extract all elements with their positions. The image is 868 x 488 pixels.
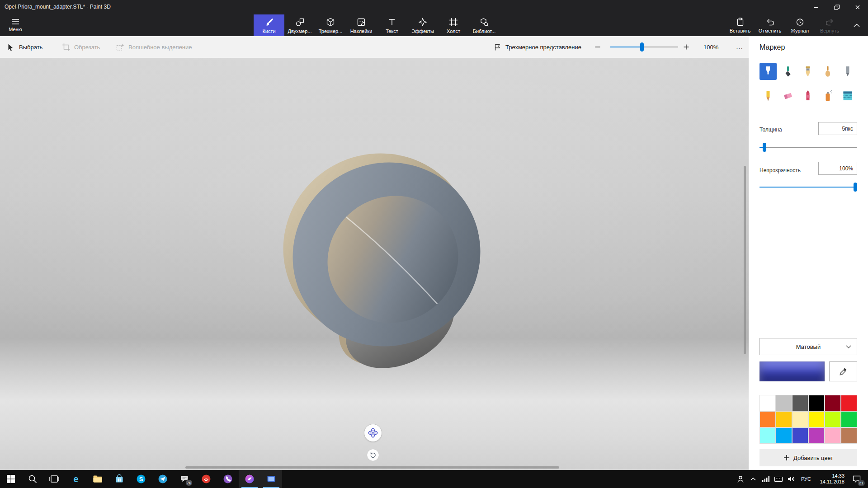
vertical-scrollbar[interactable] bbox=[744, 166, 746, 354]
orbit-icon bbox=[367, 427, 379, 439]
brush-eraser[interactable] bbox=[778, 86, 798, 106]
brush-crayon[interactable] bbox=[798, 86, 818, 106]
taskbar-app-explorer[interactable] bbox=[87, 470, 108, 488]
palette-swatch[interactable] bbox=[776, 395, 792, 411]
taskbar-app-red[interactable] bbox=[195, 470, 217, 488]
tab-canvas[interactable]: Холст bbox=[438, 14, 469, 36]
palette-swatch[interactable] bbox=[825, 412, 840, 427]
palette-swatch[interactable] bbox=[776, 412, 792, 427]
minimize-button[interactable] bbox=[806, 0, 826, 14]
palette-swatch[interactable] bbox=[793, 412, 808, 427]
tab-3d-shapes[interactable]: Трехмер... bbox=[315, 14, 346, 36]
tab-effects[interactable]: Эффекты bbox=[407, 14, 438, 36]
palette-swatch[interactable] bbox=[841, 395, 857, 411]
brush-pencil[interactable] bbox=[758, 86, 778, 106]
undo-button[interactable]: Отменить bbox=[755, 14, 785, 36]
palette-swatch[interactable] bbox=[793, 395, 808, 411]
taskbar-app-viber[interactable] bbox=[217, 470, 239, 488]
brush-spray-can[interactable] bbox=[818, 86, 838, 106]
tray-overflow-button[interactable] bbox=[747, 470, 760, 488]
zoom-in-button[interactable] bbox=[683, 36, 690, 58]
add-color-button[interactable]: Добавить цвет bbox=[760, 449, 857, 466]
palette-swatch[interactable] bbox=[776, 428, 792, 443]
current-color-swatch[interactable] bbox=[760, 361, 825, 381]
canvas-3d-viewport[interactable] bbox=[0, 58, 749, 470]
material-dropdown[interactable]: Матовый bbox=[760, 338, 857, 355]
skype-icon: S bbox=[136, 474, 146, 484]
close-button[interactable] bbox=[847, 0, 868, 14]
zoom-slider-thumb[interactable] bbox=[640, 42, 644, 52]
tab-text[interactable]: Текст bbox=[377, 14, 407, 36]
notification-count-badge: 21 bbox=[858, 480, 865, 486]
brush-marker[interactable] bbox=[758, 61, 778, 81]
restore-button[interactable] bbox=[826, 0, 847, 14]
keyboard-tray-button[interactable] bbox=[772, 470, 785, 488]
palette-swatch[interactable] bbox=[809, 395, 824, 411]
taskbar-app-paint3d[interactable] bbox=[239, 470, 260, 488]
select-button[interactable]: Выбрать bbox=[6, 36, 42, 58]
history-button[interactable]: Журнал bbox=[785, 14, 815, 36]
minus-icon bbox=[594, 43, 601, 51]
taskbar-app-skype[interactable]: S bbox=[130, 470, 152, 488]
tab-library[interactable]: Библиот... bbox=[469, 14, 500, 36]
taskbar-app-messenger[interactable]: 76 bbox=[174, 470, 195, 488]
horizontal-scrollbar[interactable] bbox=[185, 466, 559, 469]
language-indicator[interactable]: РУС bbox=[797, 476, 815, 482]
palette-swatch[interactable] bbox=[760, 412, 775, 427]
taskbar-app-screen[interactable] bbox=[260, 470, 282, 488]
palette-swatch[interactable] bbox=[809, 428, 824, 443]
rotate-3d-control[interactable] bbox=[364, 424, 382, 442]
thickness-slider-thumb[interactable] bbox=[763, 143, 766, 152]
opacity-slider[interactable] bbox=[760, 183, 857, 192]
cellular-signal-icon bbox=[761, 474, 770, 483]
brush-pixel-pen[interactable] bbox=[838, 61, 858, 81]
tab-2d-shapes[interactable]: Двухмер... bbox=[284, 14, 315, 36]
zoom-out-button[interactable] bbox=[594, 36, 601, 58]
taskbar-app-telegram[interactable] bbox=[152, 470, 174, 488]
brush-oil-brush[interactable] bbox=[798, 61, 818, 81]
palette-swatch[interactable] bbox=[793, 428, 808, 443]
palette-swatch[interactable] bbox=[841, 428, 857, 443]
palette-swatch[interactable] bbox=[760, 395, 775, 411]
opacity-value-input[interactable] bbox=[818, 162, 857, 175]
zoom-slider[interactable] bbox=[610, 42, 678, 52]
palette-swatch[interactable] bbox=[825, 428, 840, 443]
magic-select-button[interactable]: Волшебное выделение bbox=[116, 36, 192, 58]
task-view-button[interactable] bbox=[43, 470, 65, 488]
model-3d[interactable] bbox=[281, 145, 491, 369]
search-icon bbox=[28, 474, 38, 484]
paint3d-window: Opel-Priora_mount_adapter.STL* - Paint 3… bbox=[0, 0, 868, 488]
palette-swatch[interactable] bbox=[825, 395, 840, 411]
paste-button[interactable]: Вставить bbox=[725, 14, 755, 36]
search-button[interactable] bbox=[22, 470, 43, 488]
redo-button[interactable]: Вернуть bbox=[815, 14, 844, 36]
more-options-button[interactable]: … bbox=[731, 36, 748, 58]
tab-stickers[interactable]: Наклейки bbox=[346, 14, 377, 36]
reset-rotation-button[interactable] bbox=[367, 449, 379, 461]
taskbar-app-edge[interactable]: e bbox=[65, 470, 87, 488]
palette-swatch[interactable] bbox=[841, 412, 857, 427]
brush-fill-texture[interactable] bbox=[838, 86, 858, 106]
view-3d-toggle[interactable]: Трехмерное представление bbox=[493, 36, 581, 58]
opacity-slider-thumb[interactable] bbox=[854, 183, 857, 192]
collapse-ribbon-button[interactable] bbox=[850, 20, 863, 31]
brush-calligraphy-pen[interactable] bbox=[778, 61, 798, 81]
start-button[interactable] bbox=[0, 470, 22, 488]
brush-watercolor[interactable] bbox=[818, 61, 838, 81]
time-label: 14:33 bbox=[815, 473, 844, 479]
crop-button[interactable]: Обрезать bbox=[61, 36, 100, 58]
eraser-icon bbox=[781, 89, 795, 103]
palette-swatch[interactable] bbox=[809, 412, 824, 427]
network-tray-button[interactable] bbox=[760, 470, 772, 488]
thickness-slider[interactable] bbox=[760, 143, 857, 152]
palette-swatch[interactable] bbox=[760, 428, 775, 443]
volume-tray-button[interactable] bbox=[785, 470, 797, 488]
taskbar-app-store[interactable] bbox=[108, 470, 130, 488]
action-center-button[interactable]: 21 bbox=[847, 470, 866, 488]
thickness-value-input[interactable] bbox=[818, 122, 857, 135]
eyedropper-button[interactable] bbox=[829, 361, 857, 381]
people-tray-button[interactable] bbox=[734, 470, 747, 488]
tab-brushes[interactable]: Кисти bbox=[254, 14, 284, 36]
menu-button[interactable]: Меню bbox=[4, 15, 27, 35]
clock[interactable]: 14:33 14.11.2018 bbox=[815, 473, 847, 485]
